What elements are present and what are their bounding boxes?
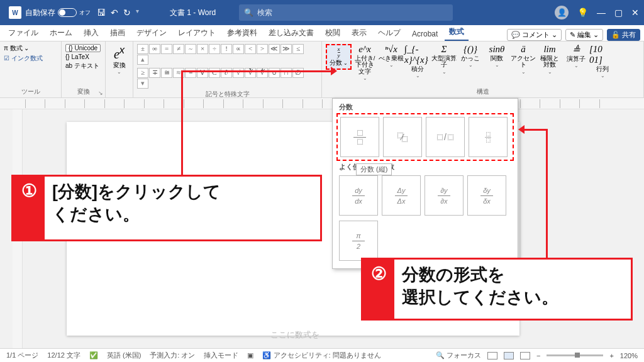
- tab-equation[interactable]: 数式: [445, 24, 469, 41]
- tab-design[interactable]: デザイン: [132, 25, 171, 41]
- structure-button[interactable]: lim極限と 対数⌄: [536, 44, 563, 75]
- status-insert[interactable]: 挿入モード: [204, 351, 238, 360]
- search-box[interactable]: 🔍 検索: [239, 4, 453, 21]
- undo-icon[interactable]: ↶: [111, 8, 118, 18]
- redo-icon[interactable]: ↻: [123, 8, 131, 18]
- symbol-cell[interactable]: ÷: [209, 44, 220, 54]
- symbol-cell[interactable]: ≠: [173, 44, 184, 54]
- window-close[interactable]: ✕: [631, 8, 639, 18]
- symbol-cell[interactable]: ∅: [292, 68, 304, 78]
- share-button[interactable]: 🔓 共有: [607, 29, 640, 41]
- fraction-skewed[interactable]: ∕: [383, 117, 422, 157]
- symbol-cell[interactable]: !: [221, 44, 232, 54]
- edit-mode-button[interactable]: ✎ 編集 ⌄: [565, 29, 603, 41]
- convert-launcher[interactable]: ↘: [98, 90, 103, 96]
- tab-home[interactable]: ホーム: [45, 25, 77, 41]
- tab-insert[interactable]: 挿入: [79, 25, 103, 41]
- tab-review[interactable]: 校閲: [321, 25, 345, 41]
- zoom-level[interactable]: 120%: [620, 352, 638, 359]
- symbol-cell[interactable]: ≫: [280, 44, 292, 54]
- symbol-cell[interactable]: ∝: [233, 44, 244, 54]
- lightbulb-icon[interactable]: 💡: [577, 8, 588, 18]
- autosave-toggle[interactable]: [58, 8, 77, 17]
- fraction-button[interactable]: x y 分数⌄: [326, 44, 352, 70]
- zoom-out[interactable]: −: [536, 352, 540, 359]
- symbol-cell[interactable]: ×: [197, 44, 208, 54]
- convert-bigbutton[interactable]: ex 変換 ⌄: [109, 44, 129, 75]
- comments-button[interactable]: 💬 コメント ⌄: [507, 29, 562, 41]
- fraction-small[interactable]: [469, 117, 508, 157]
- eq-button[interactable]: π 数式 ⌄: [4, 44, 43, 53]
- structure-button[interactable]: Σ大型演算子⌄: [431, 44, 457, 75]
- structure-button[interactable]: ≜演算子⌄: [563, 44, 589, 69]
- symbol-cell[interactable]: ≤: [292, 44, 304, 54]
- status-spellcheck-icon[interactable]: ✅: [89, 351, 98, 359]
- autosave[interactable]: 自動保存 オフ: [25, 8, 91, 18]
- status-page[interactable]: 1/1 ページ: [6, 351, 38, 360]
- symbol-cell[interactable]: ∞: [149, 44, 160, 54]
- symbol-cell[interactable]: ≅: [161, 68, 172, 78]
- symbol-scroll-down[interactable]: ▾: [137, 79, 148, 89]
- symbol-grid[interactable]: ±∞=≠~×÷!∝<>≪≫≤▴: [137, 44, 304, 65]
- symbol-cell[interactable]: ∀: [197, 68, 208, 78]
- symbol-cell[interactable]: ±: [137, 44, 148, 54]
- view-read-icon[interactable]: [487, 352, 497, 359]
- horizontal-ruler[interactable]: [0, 98, 644, 109]
- ink-eq-check[interactable]: ☑ インク数式: [4, 54, 43, 63]
- fraction-linear[interactable]: /: [426, 117, 465, 157]
- structure-button[interactable]: e^x上付き/下付き 文字⌄: [352, 44, 378, 81]
- tab-view[interactable]: 表示: [347, 25, 371, 41]
- structure-button[interactable]: ∫_{-x}^{x}積分⌄: [404, 44, 431, 79]
- tab-file[interactable]: ファイル: [4, 25, 43, 41]
- status-macro-icon[interactable]: ▣: [247, 351, 253, 359]
- qat-more[interactable]: ▾: [136, 8, 139, 18]
- common-fraction[interactable]: ΔyΔx: [382, 175, 421, 216]
- window-maximize[interactable]: ▢: [614, 8, 623, 18]
- equation-placeholder[interactable]: ここに数式を: [270, 329, 319, 341]
- status-accessibility[interactable]: ♿ アクセシビリティ: 問題ありません: [262, 351, 380, 360]
- symbol-cell[interactable]: ~: [185, 44, 196, 54]
- symbol-cell[interactable]: ≥: [137, 68, 148, 78]
- user-avatar[interactable]: 👤: [555, 6, 569, 19]
- structure-button[interactable]: {()}かっこ⌄: [457, 44, 484, 68]
- tab-references[interactable]: 参考資料: [223, 25, 262, 41]
- status-words[interactable]: 12/12 文字: [47, 351, 80, 360]
- structure-button[interactable]: äアクセント⌄: [510, 44, 536, 75]
- status-language[interactable]: 英語 (米国): [107, 351, 141, 360]
- symbol-cell[interactable]: >: [257, 44, 268, 54]
- structure-button[interactable]: ⁿ√xべき乗根⌄: [378, 44, 404, 68]
- latex-button[interactable]: {} LaTeX: [65, 53, 101, 60]
- text-button[interactable]: ab テキスト: [65, 62, 101, 70]
- symbol-cell[interactable]: √: [233, 68, 244, 78]
- tab-acrobat[interactable]: Acrobat: [408, 27, 442, 41]
- common-fraction[interactable]: ∂y∂x: [425, 175, 464, 216]
- symbol-scroll-up[interactable]: ▴: [137, 55, 148, 65]
- common-fraction[interactable]: δyδx: [467, 175, 506, 216]
- symbol-cell[interactable]: ∪: [269, 68, 280, 78]
- structure-button[interactable]: sinθ関数⌄: [484, 44, 510, 68]
- tab-mailings[interactable]: 差し込み文書: [264, 25, 318, 41]
- symbol-cell[interactable]: ∓: [149, 68, 160, 78]
- symbol-cell[interactable]: ∩: [280, 68, 292, 78]
- symbol-cell[interactable]: ∜: [257, 68, 268, 78]
- status-focus[interactable]: 🔍 フォーカス: [436, 351, 481, 360]
- zoom-in[interactable]: +: [609, 352, 613, 359]
- tab-draw[interactable]: 描画: [106, 25, 130, 41]
- tab-layout[interactable]: レイアウト: [174, 25, 220, 41]
- window-minimize[interactable]: —: [597, 8, 606, 18]
- tab-help[interactable]: ヘルプ: [374, 25, 405, 41]
- fraction-pi-over-2[interactable]: π2: [339, 221, 378, 261]
- save-icon[interactable]: 🖫: [97, 8, 106, 18]
- status-predict[interactable]: 予測入力: オン: [150, 351, 195, 360]
- symbol-cell[interactable]: C: [209, 68, 220, 78]
- symbol-cell[interactable]: <: [245, 44, 256, 54]
- common-fraction[interactable]: dydx: [339, 175, 378, 216]
- view-web-icon[interactable]: [520, 352, 530, 359]
- structure-button[interactable]: [10 01]行列⌄: [589, 44, 616, 79]
- unicode-button[interactable]: {} Unicode: [65, 44, 101, 52]
- zoom-slider[interactable]: [547, 354, 603, 356]
- symbol-cell[interactable]: ≡: [185, 68, 196, 78]
- symbol-cell[interactable]: ∂: [221, 68, 232, 78]
- view-print-icon[interactable]: [504, 352, 514, 359]
- fraction-stacked[interactable]: [340, 117, 379, 157]
